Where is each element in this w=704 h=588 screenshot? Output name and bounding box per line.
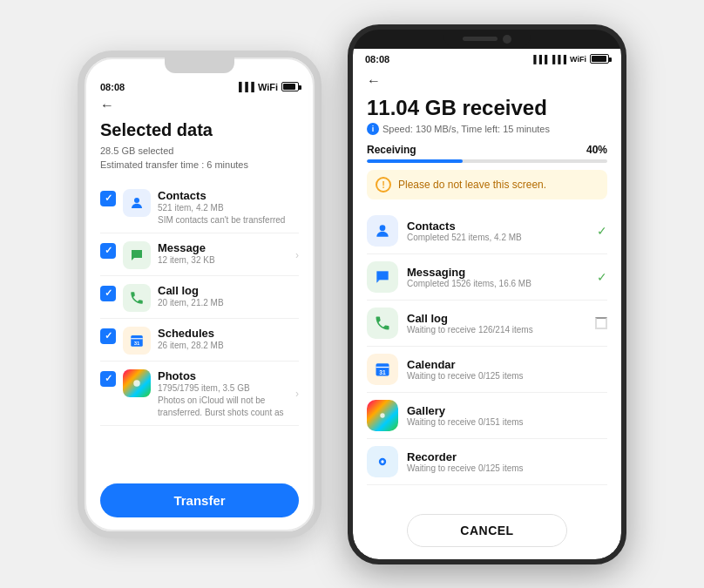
receive-calendar-icon: 31 (367, 354, 398, 385)
contacts-receive-info: Contacts Completed 521 items, 4.2 MB (407, 220, 588, 242)
speed-info: i Speed: 130 MB/s, Time left: 15 minutes (367, 123, 607, 135)
checkbox-schedules[interactable] (100, 328, 116, 344)
receive-title: 11.04 GB received (367, 96, 607, 121)
receive-item: Gallery Waiting to receive 0/151 items (367, 393, 607, 439)
left-screen: 08:08 ▐▐▐ WiFi ← Selected data 28.5 GB s… (85, 57, 315, 531)
right-screen: 08:08 ▐▐▐ ▐▐▐ WiFi ← 11.04 GB received i… (353, 49, 621, 559)
signal-icon: ▐▐▐ (236, 82, 254, 91)
left-subtitle: 28.5 GB selected Estimated transfer time… (100, 144, 299, 172)
message-info: Message 12 item, 32 KB (158, 241, 288, 267)
gallery-receive-info: Gallery Waiting to receive 0/151 items (407, 404, 607, 427)
phone-left: 08:08 ▐▐▐ WiFi ← Selected data 28.5 GB s… (78, 51, 322, 538)
svg-point-4 (380, 226, 386, 232)
schedules-info: Schedules 26 item, 28.2 MB (158, 327, 299, 352)
loading-spinner-icon (595, 317, 607, 329)
list-item[interactable]: Message 12 item, 32 KB › (100, 235, 299, 276)
chevron-right-icon: › (295, 249, 299, 261)
cancel-button-area: CANCEL (353, 505, 621, 559)
receive-recorder-icon (367, 446, 398, 477)
checkbox-contacts[interactable] (100, 191, 116, 206)
list-item[interactable]: Photos 1795/1795 item, 3.5 GB Photos on … (100, 363, 299, 426)
left-notch (165, 57, 234, 73)
wifi-icon-right: WiFi (570, 55, 586, 64)
calendar-icon: 31 (123, 327, 151, 355)
svg-point-9 (381, 461, 383, 463)
photos-info: Photos 1795/1795 item, 3.5 GB Photos on … (158, 369, 288, 419)
progress-bar-bg (367, 159, 607, 163)
battery-icon-right (590, 54, 609, 64)
signal-bars-icon: ▐▐▐ ▐▐▐ (531, 55, 566, 64)
right-back-button[interactable]: ← (367, 73, 607, 89)
progress-pct: 40% (586, 144, 607, 156)
progress-label: Receiving (367, 144, 416, 156)
svg-point-0 (134, 198, 139, 203)
right-status-icons: ▐▐▐ ▐▐▐ WiFi (531, 54, 609, 64)
left-time: 08:08 (100, 82, 125, 92)
receive-messaging-icon (367, 261, 398, 293)
receive-item: 31 Calendar Waiting to receive 0/125 ite… (367, 347, 607, 393)
receive-contacts-icon (367, 215, 398, 247)
wifi-icon: WiFi (258, 82, 278, 92)
progress-header: Receiving 40% (367, 144, 607, 156)
warning-text: Please do not leave this screen. (398, 179, 546, 191)
checkbox-calllog[interactable] (100, 286, 116, 301)
right-time: 08:08 (365, 54, 389, 64)
left-data-list: Contacts 521 item, 4.2 MB SIM contacts c… (100, 183, 299, 475)
receive-item: Recorder Waiting to receive 0/125 items (367, 439, 607, 485)
right-status-bar: 08:08 ▐▐▐ ▐▐▐ WiFi (353, 49, 621, 66)
contacts-icon (123, 189, 151, 217)
done-checkmark-icon: ✓ (597, 270, 607, 284)
svg-text:31: 31 (134, 341, 140, 346)
receive-calllog-icon (367, 308, 398, 339)
speaker (463, 37, 498, 41)
svg-point-7 (380, 414, 384, 418)
list-item[interactable]: 31 Schedules 26 item, 28.2 MB (100, 321, 299, 362)
warning-box: ! Please do not leave this screen. (367, 170, 607, 199)
left-status-icons: ▐▐▐ WiFi (236, 82, 299, 92)
left-status-bar: 08:08 ▐▐▐ WiFi (100, 82, 299, 92)
receive-gallery-icon (367, 400, 398, 431)
svg-text:31: 31 (379, 369, 386, 375)
cancel-button[interactable]: CANCEL (407, 514, 566, 547)
done-checkmark-icon: ✓ (597, 224, 607, 238)
calllog-info: Call log 20 item, 21.2 MB (158, 284, 299, 309)
battery-icon (281, 82, 299, 91)
receive-item: Messaging Completed 1526 items, 16.6 MB … (367, 254, 607, 301)
warning-icon: ! (376, 177, 391, 193)
left-page-title: Selected data (100, 120, 299, 140)
messaging-receive-info: Messaging Completed 1526 items, 16.6 MB (407, 266, 588, 288)
calllog-receive-info: Call log Waiting to receive 126/214 item… (407, 312, 586, 335)
message-icon (123, 241, 151, 269)
right-notch (443, 30, 531, 49)
checkbox-message[interactable] (100, 243, 116, 259)
speed-badge-icon: i (367, 123, 379, 135)
progress-bar-fill (367, 159, 463, 163)
recorder-receive-info: Recorder Waiting to receive 0/125 items (407, 450, 607, 473)
receive-item: Call log Waiting to receive 126/214 item… (367, 301, 607, 347)
left-back-button[interactable]: ← (100, 98, 299, 113)
phone-right: 08:08 ▐▐▐ ▐▐▐ WiFi ← 11.04 GB received i… (348, 24, 626, 564)
checkbox-photos[interactable] (100, 371, 116, 387)
front-camera (503, 35, 511, 44)
transfer-button[interactable]: Transfer (100, 483, 299, 517)
contacts-info: Contacts 521 item, 4.2 MB SIM contacts c… (158, 189, 299, 226)
progress-section: Receiving 40% (367, 144, 607, 163)
calllog-icon (123, 284, 151, 312)
list-item[interactable]: Contacts 521 item, 4.2 MB SIM contacts c… (100, 183, 299, 233)
svg-point-3 (133, 380, 140, 387)
receive-item: Contacts Completed 521 items, 4.2 MB ✓ (367, 208, 607, 254)
list-item[interactable]: Call log 20 item, 21.2 MB (100, 278, 299, 319)
chevron-right-icon: › (295, 388, 299, 400)
receive-list: Contacts Completed 521 items, 4.2 MB ✓ M… (367, 208, 607, 504)
calendar-receive-info: Calendar Waiting to receive 0/125 items (407, 358, 607, 381)
right-content: ← 11.04 GB received i Speed: 130 MB/s, T… (353, 66, 621, 505)
photos-icon (123, 369, 151, 397)
